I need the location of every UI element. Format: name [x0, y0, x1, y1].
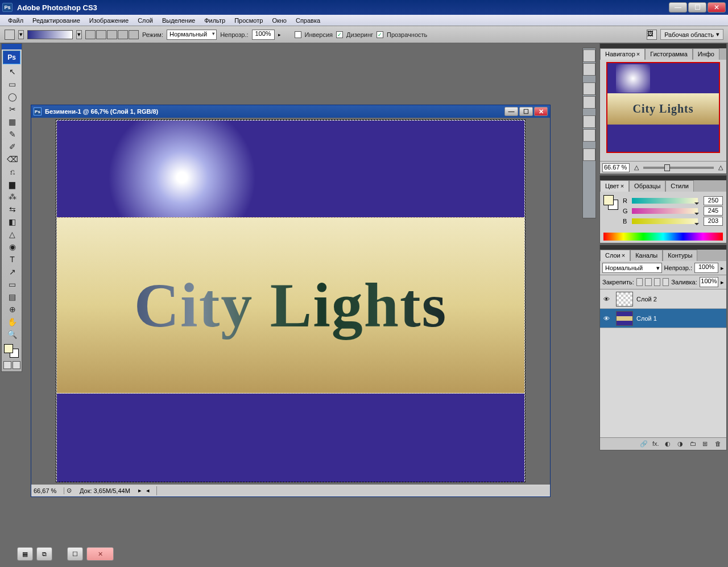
taskbar-doc-icon[interactable]: ☐	[67, 547, 83, 561]
tab-info[interactable]: Инфо	[693, 48, 719, 60]
document-minimize-button[interactable]: —	[504, 107, 518, 116]
zoom-in-icon[interactable]: △	[717, 164, 724, 171]
dock-icon-layers[interactable]	[583, 148, 595, 161]
b-slider[interactable]	[632, 218, 698, 224]
layer-blend-select[interactable]: Нормальный	[602, 263, 662, 273]
navigator-zoom-input[interactable]: 66.67 %	[602, 163, 630, 172]
lock-all-icon[interactable]	[663, 278, 669, 286]
zoom-slider[interactable]	[643, 167, 714, 169]
panel-grip[interactable]	[600, 176, 726, 180]
lock-pixels-icon[interactable]	[645, 278, 651, 286]
layer-row[interactable]: 👁 Слой 2	[600, 289, 726, 309]
b-input[interactable]: 203	[704, 217, 723, 226]
zoom-field[interactable]: 66,67 %	[31, 487, 64, 494]
screen-mode-standard[interactable]	[3, 361, 11, 369]
window-close-button[interactable]: ✕	[708, 2, 726, 13]
menu-filter[interactable]: Фильтр	[200, 16, 230, 25]
taskbar-restore-icon[interactable]: ⧉	[36, 547, 52, 561]
layer-thumbnail[interactable]	[616, 311, 633, 326]
window-minimize-button[interactable]: —	[669, 2, 687, 13]
taskbar-close-icon[interactable]: ✕	[86, 547, 114, 561]
slice-tool[interactable]: ✎	[2, 128, 23, 140]
document-titlebar[interactable]: Ps Безимени-1 @ 66,7% (Слой 1, RGB/8) — …	[31, 105, 550, 118]
go-to-bridge-icon[interactable]: 🖼	[647, 30, 657, 40]
tool-preset-dropdown[interactable]: ▾	[18, 30, 24, 39]
hand-tool[interactable]: ✋	[2, 316, 23, 328]
taskbar-app-icon[interactable]: ▦	[17, 547, 33, 561]
magic-wand-tool[interactable]: ✂	[2, 103, 23, 115]
menu-image[interactable]: Изображение	[85, 16, 133, 25]
move-tool[interactable]: ↖	[2, 65, 23, 78]
tab-swatches[interactable]: Образцы	[629, 180, 665, 192]
canvas-area[interactable]: City Lights	[31, 118, 550, 484]
layer-name[interactable]: Слой 2	[636, 296, 657, 303]
gradient-linear-button[interactable]	[85, 30, 96, 39]
horizontal-scrollbar[interactable]	[156, 486, 550, 495]
layer-opacity-input[interactable]: 100%	[694, 263, 718, 273]
menu-edit[interactable]: Редактирование	[28, 16, 85, 25]
brush-tool[interactable]: ⌫	[2, 153, 23, 165]
tab-histogram[interactable]: Гистограмма	[645, 48, 693, 60]
menu-help[interactable]: Справка	[291, 16, 325, 25]
tool-preset-icon[interactable]	[5, 30, 15, 40]
adjustment-layer-icon[interactable]: ◑	[677, 440, 685, 448]
color-ramp[interactable]	[603, 233, 723, 241]
fill-input[interactable]: 100%	[700, 277, 718, 287]
shape-tool[interactable]: ▭	[2, 278, 23, 291]
gradient-radial-button[interactable]	[96, 30, 106, 39]
g-input[interactable]: 245	[704, 206, 723, 216]
gradient-preview[interactable]	[27, 30, 73, 39]
workspace-menu[interactable]: Рабочая область▾	[660, 29, 723, 40]
status-arrow-icon[interactable]: ▸	[136, 487, 144, 494]
tab-layers[interactable]: Слои×	[600, 250, 630, 261]
doc-size-info[interactable]: Док: 3,65M/5,44M	[74, 487, 136, 494]
eraser-tool[interactable]: ⁂	[2, 191, 23, 203]
color-swatches[interactable]	[2, 343, 22, 359]
gradient-picker-dropdown[interactable]: ▾	[76, 30, 82, 39]
transparency-checkbox[interactable]	[377, 31, 383, 38]
layer-fx-icon[interactable]: fx.	[652, 440, 660, 448]
gradient-tool[interactable]: ⇆	[2, 203, 23, 216]
menu-view[interactable]: Просмотр	[230, 16, 267, 25]
document-close-button[interactable]: ✕	[534, 107, 548, 116]
gradient-diamond-button[interactable]	[129, 30, 139, 39]
document-maximize-button[interactable]: ☐	[519, 107, 533, 116]
marquee-tool[interactable]: ▭	[2, 78, 23, 90]
navigator-thumbnail[interactable]: City Lights	[606, 62, 720, 153]
menu-layer[interactable]: Слой	[133, 16, 158, 25]
type-tool[interactable]: T	[2, 253, 23, 266]
dock-icon-actions[interactable]	[583, 63, 595, 76]
layer-row[interactable]: 👁 Слой 1	[600, 309, 726, 328]
layer-name[interactable]: Слой 1	[636, 315, 657, 322]
stamp-tool[interactable]: ⎌	[2, 165, 23, 178]
menu-file[interactable]: Файл	[3, 16, 28, 25]
notes-tool[interactable]: ▤	[2, 291, 23, 303]
tab-channels[interactable]: Каналы	[630, 250, 663, 261]
path-select-tool[interactable]: ↗	[2, 266, 23, 278]
tab-navigator[interactable]: Навигатор×	[600, 48, 645, 60]
inversion-checkbox[interactable]	[295, 31, 301, 38]
layer-thumbnail[interactable]	[616, 292, 633, 307]
blur-tool[interactable]: ◧	[2, 216, 23, 228]
tab-styles[interactable]: Стили	[665, 180, 694, 192]
gradient-reflected-button[interactable]	[118, 30, 128, 39]
window-maximize-button[interactable]: ☐	[688, 2, 706, 13]
dock-icon-clone[interactable]	[583, 129, 595, 142]
toolbox-grip[interactable]	[2, 44, 22, 49]
link-layers-icon[interactable]: 🔗	[640, 440, 648, 448]
foreground-color-swatch[interactable]	[4, 344, 13, 353]
dock-icon-history[interactable]	[583, 49, 595, 62]
visibility-eye-icon[interactable]: 👁	[600, 296, 613, 303]
g-slider[interactable]	[632, 208, 698, 214]
layer-mask-icon[interactable]: ◐	[665, 440, 673, 448]
menu-select[interactable]: Выделение	[158, 16, 200, 25]
menu-window[interactable]: Окно	[267, 16, 291, 25]
gradient-angle-button[interactable]	[107, 30, 117, 39]
canvas[interactable]: City Lights	[56, 120, 525, 482]
dock-icon-brushes[interactable]	[583, 115, 595, 128]
lasso-tool[interactable]: ◯	[2, 90, 23, 103]
lock-position-icon[interactable]	[654, 278, 660, 286]
dock-icon-character[interactable]	[583, 82, 595, 95]
visibility-eye-icon[interactable]: 👁	[600, 315, 613, 322]
history-brush-tool[interactable]: ▆	[2, 178, 23, 191]
